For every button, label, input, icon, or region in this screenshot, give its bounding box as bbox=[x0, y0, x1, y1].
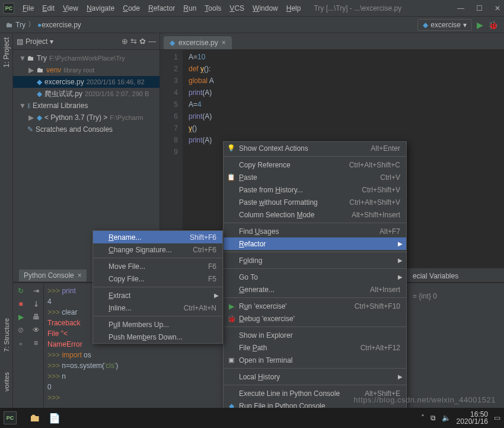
editor-context-menu[interactable]: 💡Show Context ActionsAlt+EnterCopy Refer… bbox=[223, 141, 407, 428]
show-vars-icon[interactable]: 👁 bbox=[33, 326, 40, 334]
menu-help[interactable]: Help bbox=[283, 2, 305, 14]
run-icon[interactable]: ▶ bbox=[18, 313, 24, 321]
print-icon[interactable]: 🖶 bbox=[33, 313, 40, 321]
chevron-down-icon[interactable]: ▾ bbox=[50, 37, 53, 46]
taskbar-pycharm-icon[interactable]: PC bbox=[4, 411, 17, 424]
menu-file[interactable]: File bbox=[19, 2, 37, 14]
locate-icon[interactable]: ⊕ bbox=[122, 37, 128, 46]
new-console-icon[interactable]: ＋ bbox=[17, 339, 24, 349]
attach-debug-icon[interactable]: ⊘ bbox=[18, 326, 24, 334]
tree-row[interactable]: ◆ 爬虫试试.py 2020/1/16 2:07, 290 B bbox=[13, 88, 160, 100]
windows-taskbar: PC 🖿 📄 ˄ ⧉ 🔈 16:50 2020/1/16 ▭ bbox=[0, 408, 504, 428]
menu-item-go-to[interactable]: Go To▶ bbox=[224, 271, 406, 283]
browse-history-icon[interactable]: ≡ bbox=[34, 339, 38, 347]
menu-item-paste[interactable]: 📋PasteCtrl+V bbox=[224, 171, 406, 183]
collapse-all-icon[interactable]: ⇆ bbox=[130, 37, 137, 46]
tray-up-icon[interactable]: ˄ bbox=[421, 414, 425, 422]
menu-item-local-history[interactable]: Local History▶ bbox=[224, 370, 406, 383]
tray-volume-icon[interactable]: 🔈 bbox=[442, 414, 451, 422]
stop-icon[interactable]: ■ bbox=[18, 300, 23, 308]
settings-icon[interactable]: ✿ bbox=[139, 37, 146, 46]
notification-icon[interactable]: ▭ bbox=[494, 414, 500, 422]
menu-navigate[interactable]: Navigate bbox=[83, 2, 118, 14]
menu-item-open-in-terminal[interactable]: ▣Open in Terminal bbox=[224, 354, 406, 366]
tree-row[interactable]: ◆ excercise.py 2020/1/16 16:46, 82 bbox=[13, 76, 160, 88]
project-header-label[interactable]: Project bbox=[25, 37, 47, 46]
menu-item-push-members-down-[interactable]: Push Members Down... bbox=[93, 331, 222, 343]
menu-item-pull-members-up-[interactable]: Pull Members Up... bbox=[93, 318, 222, 331]
menu-window[interactable]: Window bbox=[249, 2, 282, 14]
menu-item-find-usages[interactable]: Find UsagesAlt+F7 bbox=[224, 225, 406, 237]
window-title: Try [...\Try] - ...\excercise.py bbox=[314, 4, 401, 12]
breadcrumb-file[interactable]: excercise.py bbox=[42, 21, 81, 29]
menu-vcs[interactable]: VCS bbox=[226, 2, 248, 14]
refactor-submenu[interactable]: Rename...Shift+F6Change Signature...Ctrl… bbox=[92, 230, 223, 344]
menu-item-copy-file-[interactable]: Copy File...F5 bbox=[93, 272, 222, 285]
editor-tabs: ◆ excercise.py × bbox=[160, 33, 504, 50]
menu-item-change-signature-[interactable]: Change Signature...Ctrl+F6 bbox=[93, 243, 222, 256]
soft-wrap-icon[interactable]: ⇥ bbox=[33, 287, 39, 295]
structure-tool-tab[interactable]: 7: Structure bbox=[3, 316, 10, 354]
run-config-selector[interactable]: ◆ excercise ▾ bbox=[417, 19, 472, 31]
menu-item-generate-[interactable]: Generate...Alt+Insert bbox=[224, 283, 406, 296]
menu-item-debug-excercise-[interactable]: 🐞Debug 'excercise' bbox=[224, 312, 406, 325]
menu-item-paste-without-formatting[interactable]: Paste without FormattingCtrl+Alt+Shift+V bbox=[224, 196, 406, 208]
menu-item-refactor[interactable]: Refactor▶ bbox=[224, 237, 406, 250]
taskbar-file-icon[interactable]: 📄 bbox=[49, 413, 60, 424]
tray-network-icon[interactable]: ⧉ bbox=[430, 414, 436, 422]
menu-item-move-file-[interactable]: Move File...F6 bbox=[93, 260, 222, 272]
left-gutter: 1: Project bbox=[0, 33, 13, 268]
menu-item-folding[interactable]: Folding▶ bbox=[224, 254, 406, 267]
menu-item-paste-from-history-[interactable]: Paste from History...Ctrl+Shift+V bbox=[224, 183, 406, 196]
editor-tab-excercise[interactable]: ◆ excercise.py × bbox=[164, 36, 232, 49]
menu-tools[interactable]: Tools bbox=[201, 2, 225, 14]
menu-item-column-selection-mode[interactable]: Column Selection ModeAlt+Shift+Insert bbox=[224, 208, 406, 221]
scroll-to-end-icon[interactable]: ⤓ bbox=[33, 300, 39, 308]
menu-item-show-context-actions[interactable]: 💡Show Context ActionsAlt+Enter bbox=[224, 142, 406, 154]
menu-item-file-path[interactable]: File PathCtrl+Alt+F12 bbox=[224, 341, 406, 354]
tree-row[interactable]: ▼🖿 Try F:\PycharmWorkPlace\Try bbox=[13, 52, 160, 64]
title-bar: PC FileEditViewNavigateCodeRefactorRunTo… bbox=[0, 0, 504, 17]
maximize-button[interactable]: ☐ bbox=[476, 4, 483, 12]
tree-row[interactable]: ▼⫴ External Libraries bbox=[13, 100, 160, 112]
project-tree[interactable]: ▼🖿 Try F:\PycharmWorkPlace\Try▶🖿 venv li… bbox=[13, 50, 160, 138]
favorites-tool-tab[interactable]: vorites bbox=[3, 370, 10, 394]
menu-code[interactable]: Code bbox=[119, 2, 143, 14]
close-icon[interactable]: × bbox=[78, 271, 82, 280]
breadcrumb-folder[interactable]: Try bbox=[15, 21, 25, 29]
python-icon: ◆ bbox=[423, 21, 428, 29]
variable-row[interactable]: = {int} 0 bbox=[413, 292, 500, 300]
tree-row[interactable]: ▶🖿 venv library root bbox=[13, 64, 160, 76]
python-file-icon: ● bbox=[37, 21, 42, 29]
menu-item-execute-line-in-python-console[interactable]: Execute Line in Python ConsoleAlt+Shift+… bbox=[224, 387, 406, 400]
project-tool-tab[interactable]: 1: Project bbox=[1, 35, 12, 70]
run-button[interactable]: ▶ bbox=[477, 20, 483, 30]
console-controls-col1: ↻ ■ ▶ ⊘ ＋ bbox=[13, 283, 28, 407]
close-tab-icon[interactable]: × bbox=[222, 39, 226, 47]
minimize-button[interactable]: — bbox=[457, 4, 464, 12]
clock-date: 2020/1/16 bbox=[457, 418, 488, 425]
menu-item-rename-[interactable]: Rename...Shift+F6 bbox=[93, 231, 222, 243]
menu-view[interactable]: View bbox=[59, 2, 82, 14]
navigation-bar: 🖿 Try 〉 ● excercise.py ◆ excercise ▾ ▶ 🐞 bbox=[0, 17, 504, 33]
hide-icon[interactable]: — bbox=[148, 37, 156, 46]
tree-row[interactable]: ✎ Scratches and Consoles bbox=[13, 123, 160, 135]
menu-edit[interactable]: Edit bbox=[39, 2, 58, 14]
menu-item-run-excercise-[interactable]: ▶Run 'excercise'Ctrl+Shift+F10 bbox=[224, 300, 406, 312]
menu-refactor[interactable]: Refactor bbox=[145, 2, 178, 14]
menu-item-inline-[interactable]: Inline...Ctrl+Alt+N bbox=[93, 302, 222, 314]
menu-item-extract[interactable]: Extract▶ bbox=[93, 289, 222, 302]
tree-row[interactable]: ▶◆ < Python 3.7 (Try) > F:\Pycharm bbox=[13, 112, 160, 123]
close-button[interactable]: ✕ bbox=[495, 4, 500, 12]
special-variables-label[interactable]: ecial Variables bbox=[413, 272, 500, 280]
debug-button[interactable]: 🐞 bbox=[488, 20, 498, 30]
python-console-tab[interactable]: Python Console × bbox=[19, 270, 87, 281]
menu-run[interactable]: Run bbox=[180, 2, 200, 14]
taskbar-explorer-icon[interactable]: 🖿 bbox=[30, 412, 40, 424]
python-file-icon: ◆ bbox=[170, 39, 175, 47]
rerun-icon[interactable]: ↻ bbox=[18, 287, 24, 295]
menu-item-show-in-explorer[interactable]: Show in Explorer bbox=[224, 329, 406, 341]
menu-item-copy-reference[interactable]: Copy ReferenceCtrl+Alt+Shift+C bbox=[224, 158, 406, 171]
chevron-down-icon: ▾ bbox=[463, 21, 467, 29]
menu-bar: FileEditViewNavigateCodeRefactorRunTools… bbox=[19, 2, 304, 14]
